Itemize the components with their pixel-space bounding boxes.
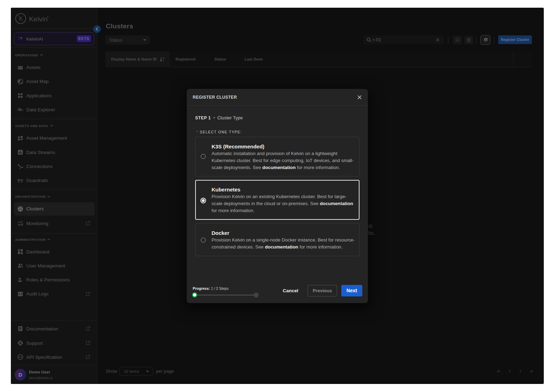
svg-text:K: K <box>19 16 23 22</box>
